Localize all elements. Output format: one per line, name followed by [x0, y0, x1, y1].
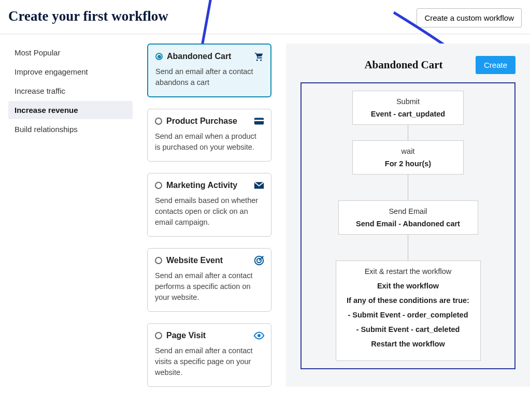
- recipe-description: Send an email after a contact performs a…: [155, 270, 264, 303]
- exit-heading: Exit the workflow: [341, 282, 475, 290]
- sidebar-item-most-popular[interactable]: Most Popular: [8, 44, 133, 62]
- exit-conditions-intro: If any of these conditions are true:: [341, 296, 475, 305]
- radio-unselected[interactable]: [155, 257, 162, 264]
- recipe-title: Product Purchase: [166, 117, 264, 126]
- connector-line: [408, 175, 408, 200]
- cart-icon: [253, 51, 264, 64]
- recipe-description: Send an email when a product is purchase…: [155, 131, 264, 153]
- recipe-card-product-purchase[interactable]: Product Purchase Send an email when a pr…: [147, 109, 271, 162]
- svg-point-9: [257, 334, 261, 337]
- recipe-description: Send emails based on whether contacts op…: [155, 195, 264, 228]
- sidebar-item-build-relationships[interactable]: Build relationships: [8, 120, 133, 138]
- bullseye-icon: [253, 255, 265, 268]
- connector-line: [408, 235, 408, 260]
- recipe-card-marketing-activity[interactable]: Marketing Activity Send emails based on …: [147, 173, 271, 237]
- recipe-description: Send an email after a contact visits a s…: [155, 345, 264, 378]
- exit-condition: - Submit Event - cart_deleted: [341, 325, 475, 334]
- connector-line: [408, 125, 408, 140]
- sidebar-item-increase-revenue[interactable]: Increase revenue: [8, 101, 133, 119]
- workflow-preview-panel: Abandoned Cart Create Submit Event - car…: [286, 44, 530, 387]
- step-detail: For 2 hour(s): [358, 160, 458, 168]
- page-title: Create your first workflow: [8, 8, 168, 24]
- sidebar-item-increase-traffic[interactable]: Increase traffic: [8, 82, 133, 100]
- step-label: wait: [358, 147, 458, 155]
- credit-card-icon: [253, 115, 265, 129]
- exit-label: Exit & restart the workflow: [341, 267, 475, 276]
- create-custom-workflow-button[interactable]: Create a custom workflow: [417, 8, 522, 27]
- recipe-title: Website Event: [166, 256, 264, 265]
- recipe-description: Send an email after a contact abandons a…: [155, 66, 263, 88]
- recipe-card-website-event[interactable]: Website Event Send an email after a cont…: [147, 248, 271, 312]
- step-detail: Event - cart_updated: [358, 110, 458, 118]
- svg-rect-5: [254, 120, 264, 121]
- svg-point-2: [256, 60, 258, 61]
- radio-selected[interactable]: [155, 53, 163, 60]
- radio-unselected[interactable]: [155, 182, 162, 189]
- workflow-diagram: Submit Event - cart_updated wait For 2 h…: [300, 82, 515, 369]
- workflow-step-send-email: Send Email Send Email - Abandoned cart: [338, 200, 478, 235]
- recipe-card-page-visit[interactable]: Page Visit Send an email after a contact…: [147, 323, 271, 387]
- recipe-list: Abandoned Cart Send an email after a con…: [147, 44, 271, 387]
- envelope-icon: [253, 180, 265, 193]
- exit-condition: - Submit Event - order_completed: [341, 311, 475, 319]
- step-detail: Send Email - Abandoned cart: [344, 220, 472, 228]
- workflow-step-submit: Submit Event - cart_updated: [352, 91, 464, 125]
- eye-icon: [253, 330, 265, 343]
- recipe-title: Abandoned Cart: [167, 52, 263, 61]
- recipe-card-abandoned-cart[interactable]: Abandoned Cart Send an email after a con…: [147, 44, 271, 97]
- svg-point-3: [260, 60, 262, 61]
- recipe-title: Marketing Activity: [166, 181, 264, 190]
- sidebar-item-improve-engagement[interactable]: Improve engagement: [8, 63, 133, 81]
- workflow-step-exit-restart: Exit & restart the workflow Exit the wor…: [336, 260, 481, 361]
- step-label: Send Email: [344, 207, 472, 215]
- create-button[interactable]: Create: [476, 56, 515, 74]
- workflow-step-wait: wait For 2 hour(s): [352, 140, 464, 175]
- radio-unselected[interactable]: [155, 332, 162, 339]
- radio-unselected[interactable]: [155, 118, 162, 125]
- recipe-title: Page Visit: [166, 331, 264, 340]
- exit-restart-heading: Restart the workflow: [341, 340, 475, 348]
- category-sidebar: Most Popular Improve engagement Increase…: [0, 44, 133, 387]
- page-header: Create your first workflow Create a cust…: [0, 0, 530, 34]
- step-label: Submit: [358, 97, 458, 106]
- preview-title: Abandoned Cart: [332, 59, 476, 71]
